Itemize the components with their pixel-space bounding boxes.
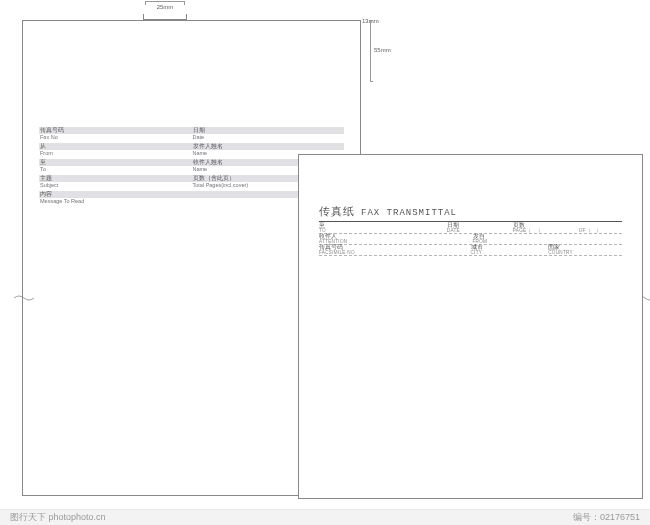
field-label-en: Date [192,134,345,141]
field-label-cn: 内容 [39,191,192,198]
title-en: FAX TRANSMITTAL [361,208,457,218]
image-id: 编号：02176751 [573,511,640,524]
field-label-en: Message To Read [39,198,192,205]
field-label-en: FACSIMILE NO [319,250,467,255]
field-label-cn: 从 [39,143,192,150]
page-title: 传真纸 FAX TRANSMITTAL [319,204,622,219]
field-label-cn: 发件人姓名 [192,143,345,150]
field-label-cn: 主题 [39,175,192,182]
table-row: 传真号码 日期 [39,127,344,134]
field-label-en: From [39,150,192,157]
table-row: 从 发件人姓名 [39,143,344,150]
dimension-55mm: 55mm [370,20,384,82]
field-label-en: COUNTRY [548,250,622,255]
field-label-en: Subject [39,182,192,189]
dimension-label: 25mm [145,4,185,10]
field-label-cn: 传真号码 [39,127,192,134]
table-row: 传真号码 FACSIMILE NO 城市 CITY 国家 COUNTRY [319,245,622,256]
site-credit: 图行天下 photophoto.cn [10,511,106,524]
field-label-cn: 至 [39,159,192,166]
field-label-en: CITY [471,250,545,255]
field-label-cn: 日期 [192,127,345,134]
dimension-label: 55mm [374,47,391,53]
field-label-en: To [39,166,192,173]
table-row: Fax No Date [39,134,344,141]
watermark-footer: 图行天下 photophoto.cn 编号：02176751 [0,509,650,525]
title-cn: 传真纸 [319,204,355,219]
fax-template-page-2: 传真纸 FAX TRANSMITTAL 至 TO 日期 DATE 页数 PAGE… [298,154,643,499]
dimension-25mm: 25mm [145,1,185,14]
fax-transmittal-header: 传真纸 FAX TRANSMITTAL 至 TO 日期 DATE 页数 PAGE… [319,204,622,256]
field-label-en: Fax No [39,134,192,141]
